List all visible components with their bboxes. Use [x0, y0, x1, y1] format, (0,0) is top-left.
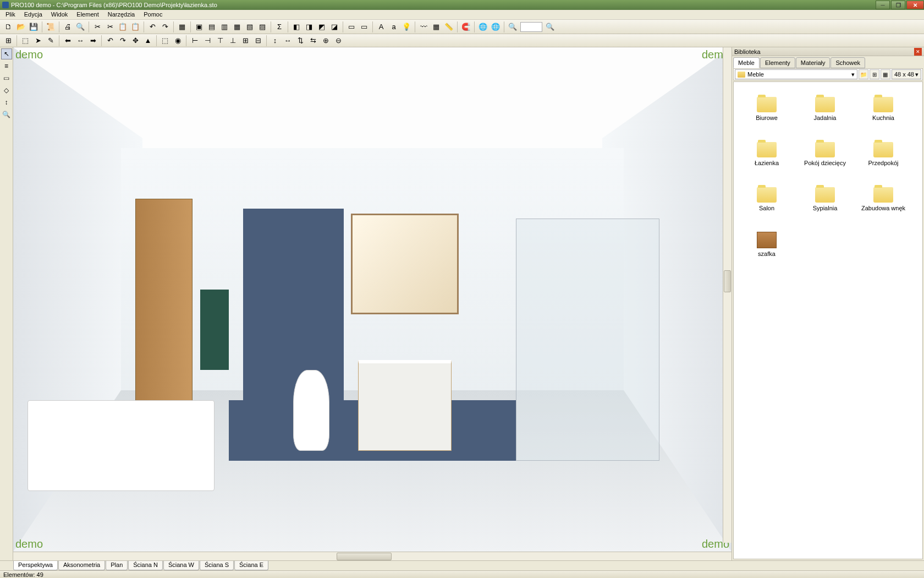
- print-icon[interactable]: 🖨: [62, 21, 74, 33]
- view-tab-1[interactable]: Aksonometria: [58, 561, 105, 570]
- print-preview-icon[interactable]: 🔍: [74, 21, 86, 33]
- box-b-icon[interactable]: ◨: [303, 21, 315, 33]
- menu-narzedzia[interactable]: Narzędzia: [103, 10, 140, 19]
- view-e-icon[interactable]: ▧: [244, 21, 256, 33]
- properties-icon[interactable]: ▦: [176, 21, 188, 33]
- select-icon[interactable]: ⬚: [19, 35, 31, 47]
- menu-plik[interactable]: Plik: [1, 10, 20, 19]
- dim-f-icon[interactable]: ⊟: [252, 35, 264, 47]
- library-item-jadalnia[interactable]: Jadalnia: [798, 88, 853, 130]
- align-left-icon[interactable]: ⬅: [62, 35, 74, 47]
- menu-element[interactable]: Element: [72, 10, 103, 19]
- library-item-łazienka[interactable]: Łazienka: [739, 133, 794, 176]
- box-d-icon[interactable]: ◪: [328, 21, 340, 33]
- view-tab-3[interactable]: Ściana N: [128, 561, 163, 570]
- align-right-icon[interactable]: ➡: [87, 35, 99, 47]
- view-tab-5[interactable]: Ściana S: [200, 561, 234, 570]
- sum-icon[interactable]: Σ: [273, 21, 285, 33]
- minimize-button[interactable]: ─: [876, 1, 890, 9]
- dist-d-icon[interactable]: ⇆: [307, 35, 319, 47]
- new-file-icon[interactable]: 🗋: [2, 21, 14, 33]
- delete-icon[interactable]: ✂: [91, 21, 103, 33]
- library-item-salon[interactable]: Salon: [739, 178, 794, 221]
- zoom-tool-icon[interactable]: 🔍: [1, 109, 12, 120]
- thumbnail-size-selector[interactable]: 48 x 48 ▾: [892, 69, 921, 79]
- view-b-icon[interactable]: ▤: [206, 21, 218, 33]
- box-c-icon[interactable]: ◩: [316, 21, 328, 33]
- align-center-icon[interactable]: ↔: [74, 35, 86, 47]
- globe-b-icon[interactable]: 🌐: [490, 21, 502, 33]
- save-icon[interactable]: 💾: [28, 21, 40, 33]
- view-grid-icon[interactable]: ▦: [881, 69, 890, 79]
- view-tab-6[interactable]: Ściana E: [234, 561, 268, 570]
- horizontal-scrollbar[interactable]: [13, 552, 732, 560]
- dim-e-icon[interactable]: ⊞: [239, 35, 251, 47]
- curve-icon[interactable]: 〰: [417, 21, 430, 33]
- cursor-tool-icon[interactable]: ↖: [1, 48, 12, 59]
- library-item-sypialnia[interactable]: Sypialnia: [798, 178, 853, 221]
- tab-schowek[interactable]: Schowek: [831, 57, 865, 68]
- line-tool-icon[interactable]: ≡: [1, 61, 12, 72]
- tab-materialy[interactable]: Materiały: [796, 57, 831, 68]
- snap-grid-icon[interactable]: ⊞: [2, 35, 14, 47]
- layer-b-icon[interactable]: ▭: [358, 21, 370, 33]
- view-a-icon[interactable]: ▣: [193, 21, 205, 33]
- menu-edycja[interactable]: Edycja: [20, 10, 47, 19]
- redo-icon[interactable]: ↷: [159, 21, 171, 33]
- undo-icon[interactable]: ↶: [146, 21, 158, 33]
- magnet-icon[interactable]: 🧲: [460, 21, 472, 33]
- ruler-icon[interactable]: 📏: [443, 21, 455, 33]
- zoom-in-icon[interactable]: 🔍: [544, 21, 556, 33]
- dist-a-icon[interactable]: ↕: [269, 35, 281, 47]
- cut-icon[interactable]: ✂: [104, 21, 116, 33]
- tab-elementy[interactable]: Elementy: [760, 57, 795, 68]
- dim-d-icon[interactable]: ⊥: [227, 35, 239, 47]
- mirror-h-icon[interactable]: ▲: [142, 35, 154, 47]
- globe-a-icon[interactable]: 🌐: [477, 21, 489, 33]
- viewport-3d[interactable]: demo demo demo demo: [13, 47, 732, 552]
- view-f-icon[interactable]: ▨: [256, 21, 268, 33]
- zoom-out-icon[interactable]: 🔍: [507, 21, 519, 33]
- open-file-icon[interactable]: 📂: [15, 21, 27, 33]
- tab-meble[interactable]: Meble: [733, 57, 760, 68]
- dist-c-icon[interactable]: ⇅: [294, 35, 306, 47]
- vertical-scrollbar[interactable]: [723, 47, 732, 543]
- paste-icon[interactable]: 📋: [129, 21, 141, 33]
- zoom-input[interactable]: [520, 22, 542, 32]
- grid-icon[interactable]: ▦: [430, 21, 442, 33]
- view-d-icon[interactable]: ▦: [231, 21, 243, 33]
- text-b-icon[interactable]: a: [388, 21, 400, 33]
- view-list-icon[interactable]: ⊞: [870, 69, 879, 79]
- scroll-thumb-h[interactable]: [337, 553, 392, 560]
- library-item-kuchnia[interactable]: Kuchnia: [856, 88, 911, 130]
- dim-b-icon[interactable]: ⊣: [201, 35, 213, 47]
- script-icon[interactable]: 📜: [45, 21, 57, 33]
- copy-icon[interactable]: 📋: [117, 21, 129, 33]
- dist-f-icon[interactable]: ⊖: [332, 35, 344, 47]
- layer-a-icon[interactable]: ▭: [345, 21, 358, 33]
- rotate-right-icon[interactable]: ↷: [117, 35, 129, 47]
- target-icon[interactable]: ◉: [172, 35, 184, 47]
- scroll-thumb-v[interactable]: [724, 270, 731, 292]
- library-item-zabudowa-wnęk[interactable]: Zabudowa wnęk: [856, 178, 911, 221]
- menu-widok[interactable]: Widok: [47, 10, 73, 19]
- box-a-icon[interactable]: ◧: [290, 21, 302, 33]
- library-item-przedpokój[interactable]: Przedpokój: [856, 133, 911, 176]
- edit-icon[interactable]: ✎: [45, 35, 57, 47]
- view-tab-4[interactable]: Ściana W: [163, 561, 199, 570]
- group-icon[interactable]: ⬚: [159, 35, 171, 47]
- dist-e-icon[interactable]: ⊕: [320, 35, 332, 47]
- dim-c-icon[interactable]: ⊤: [214, 35, 226, 47]
- library-close-icon[interactable]: ✕: [914, 48, 922, 56]
- view-tab-0[interactable]: Perspektywa: [13, 561, 58, 570]
- library-item-biurowe[interactable]: Biurowe: [739, 88, 794, 130]
- library-path-dropdown[interactable]: Meble ▾: [735, 69, 857, 79]
- maximize-button[interactable]: ❐: [891, 1, 905, 9]
- dist-b-icon[interactable]: ↔: [282, 35, 294, 47]
- pointer-icon[interactable]: ➤: [32, 35, 44, 47]
- move-icon[interactable]: ✥: [129, 35, 141, 47]
- shape-tool-icon[interactable]: ◇: [1, 85, 12, 96]
- light-icon[interactable]: 💡: [400, 21, 413, 33]
- dim-a-icon[interactable]: ⊢: [189, 35, 201, 47]
- rect-tool-icon[interactable]: ▭: [1, 73, 12, 84]
